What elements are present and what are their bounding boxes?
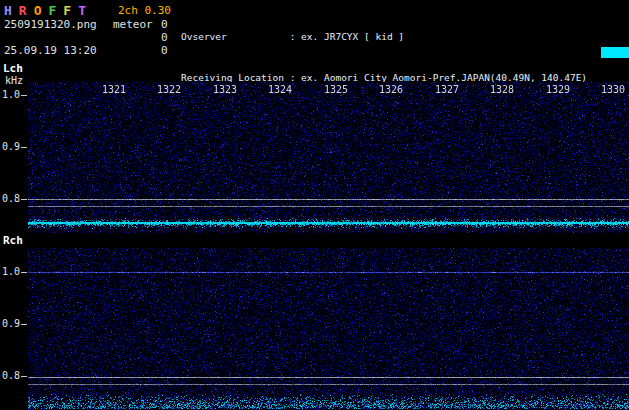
logo-letter: T [78,3,93,18]
freq-tick-mark [21,324,27,325]
freq-tick-label: 1.0 [0,90,20,100]
time-axis: 1321 1322 1323 1324 1325 1326 1327 1328 … [28,84,629,96]
meteor-count-1: 0 [161,31,168,44]
lch-axis-label: Lch [3,62,23,75]
mode-label: meteor [113,18,153,31]
logo-letter: F [63,3,78,18]
time-label: 1328 [489,84,515,95]
time-label-edge: 16 [622,84,629,95]
time-label: 1329 [545,84,571,95]
lch-spectrogram [28,82,629,233]
freq-tick-mark [21,147,27,148]
freq-tick-mark [21,376,27,377]
time-label: 1322 [156,84,182,95]
hrofft-screen: HROFFT 2ch 0.30 2509191320.png meteor 0 … [0,0,629,410]
meteor-count-0: 0 [161,18,168,31]
time-label: 1323 [212,84,238,95]
time-label: 1321 [101,84,127,95]
freq-tick-mark [21,272,27,273]
output-filename: 2509191320.png [4,18,97,31]
time-label: 1325 [323,84,349,95]
khz-unit-label: kHz [5,75,23,86]
freq-tick-mark [21,199,27,200]
freq-tick-mark [21,95,27,96]
rch-spectrogram [28,248,629,410]
logo-letter: F [48,3,63,18]
version-label: 2ch 0.30 [118,4,171,17]
time-label: 1326 [378,84,404,95]
freq-tick-label: 0.9 [0,319,20,329]
header-highlight [601,47,629,58]
freq-tick-label: 0.8 [0,194,20,204]
logo-letter: R [19,3,34,18]
freq-tick-label: 1.0 [0,267,20,277]
logo-letter: H [4,3,19,18]
timestamp-label: 25.09.19 13:20 [4,44,97,57]
time-label: 1324 [267,84,293,95]
freq-tick-label: 0.8 [0,371,20,381]
logo-letter: O [34,3,49,18]
time-label: 1327 [434,84,460,95]
app-logo: HROFFT [4,3,93,18]
rch-axis-label: Rch [3,234,23,247]
meteor-count-2: 0 [161,44,168,57]
observer-line: Ovserver : ex. JR7CYX [ kid ] [181,30,616,44]
freq-tick-label: 0.9 [0,142,20,152]
